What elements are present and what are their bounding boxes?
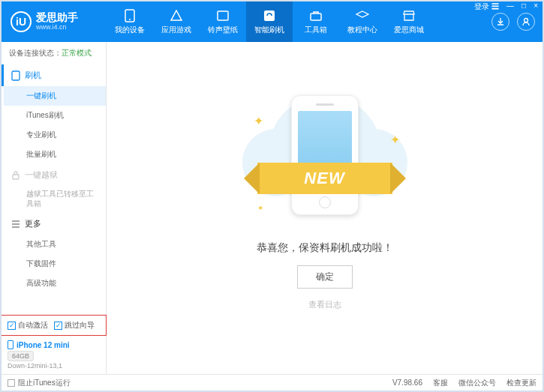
app-url: www.i4.cn [36,24,78,31]
sidebar-item-itunes-flash[interactable]: iTunes刷机 [4,106,106,125]
toolbox-icon [309,9,323,22]
checkbox-block-itunes[interactable]: 阻止iTunes运行 [8,378,71,388]
tab-my-device[interactable]: 我的设备 [107,1,153,42]
login-menu[interactable]: 登录 ☰ [473,1,500,12]
success-message: 恭喜您，保资料刷机成功啦！ [257,241,393,255]
section-label: 刷机 [25,70,41,81]
phone-icon [11,70,20,81]
tab-label: 爱思商城 [394,25,424,35]
view-log-link[interactable]: 查看日志 [308,299,341,310]
logo-area: iU 爱思助手 www.i4.cn [2,11,107,32]
svg-rect-6 [12,71,20,80]
jailbreak-moved-note: 越狱工具已转移至工具箱 [4,186,106,213]
close-button[interactable]: × [532,1,539,12]
tab-ringtones[interactable]: 铃声壁纸 [200,1,246,42]
sidebar-item-batch-flash[interactable]: 批量刷机 [4,145,106,164]
svg-rect-4 [311,13,321,20]
phone-illustration [291,95,359,215]
device-storage: 64GB [8,351,34,361]
tab-label: 工具箱 [305,25,327,35]
status-value: 正常模式 [62,49,92,57]
device-block[interactable]: iPhone 12 mini 64GB Down-12mini-13,1 [2,336,106,374]
flash-icon [263,9,276,22]
tab-tutorials[interactable]: 教程中心 [339,1,386,42]
tab-label: 智能刷机 [254,25,284,35]
sidebar-item-other-tools[interactable]: 其他工具 [4,235,106,254]
apps-icon [170,9,183,22]
new-banner: NEW [257,163,392,194]
success-illustration: ✦ ✦ ✦ NEW [242,91,407,226]
minimize-button[interactable]: — [505,1,515,12]
section-label: 更多 [25,218,41,229]
tab-toolbox[interactable]: 工具箱 [293,1,339,42]
app-name: 爱思助手 [36,12,78,23]
maximize-button[interactable]: □ [520,1,527,12]
sidebar: 设备连接状态：正常模式 刷机 一键刷机 iTunes刷机 专业刷机 批量刷机 一… [2,42,107,374]
sidebar-item-download-firmware[interactable]: 下载固件 [4,254,106,274]
sidebar-item-advanced[interactable]: 高级功能 [4,274,106,293]
svg-rect-2 [218,11,228,20]
version-label: V7.98.66 [392,379,422,387]
phone-icon [123,9,137,22]
svg-rect-7 [13,175,19,179]
tab-smart-flash[interactable]: 智能刷机 [246,1,293,42]
logo-icon: iU [11,11,32,32]
tab-apps-games[interactable]: 应用游戏 [153,1,200,42]
connection-status: 设备连接状态：正常模式 [2,42,106,64]
section-label: 一键越狱 [25,169,58,181]
lock-icon [11,171,20,180]
wallpaper-icon [216,9,230,22]
app-header: iU 爱思助手 www.i4.cn 我的设备 应用游戏 铃声壁纸 智能刷机 工具… [2,1,542,42]
download-button[interactable] [491,13,509,31]
store-icon [402,9,416,22]
tab-label: 教程中心 [347,25,377,35]
tab-label: 铃声壁纸 [208,25,238,35]
wechat-link[interactable]: 微信公众号 [458,378,496,388]
tab-label: 我的设备 [115,25,145,35]
main-content: ✦ ✦ ✦ NEW 恭喜您，保资料刷机成功啦！ 确定 查看日志 [107,42,542,374]
user-button[interactable] [517,13,535,31]
header-actions [491,13,542,31]
section-jailbreak[interactable]: 一键越狱 [4,164,106,186]
device-phone-icon [8,340,14,349]
confirm-button[interactable]: 确定 [297,265,353,289]
device-identifier: Down-12mini-13,1 [8,362,100,370]
nav-tabs: 我的设备 应用游戏 铃声壁纸 智能刷机 工具箱 教程中心 爱思商城 [107,1,491,42]
footer: 阻止iTunes运行 V7.98.66 客服 微信公众号 检查更新 [2,374,542,391]
device-name: iPhone 12 mini [8,340,100,349]
checkbox-auto-activate[interactable]: ✓自动激活 [8,320,48,331]
options-highlight-box: ✓自动激活 ✓跳过向导 [1,315,107,336]
menu-icon [11,220,20,229]
graduate-icon [356,9,369,22]
section-more[interactable]: 更多 [4,213,106,235]
svg-point-5 [524,19,528,22]
svg-rect-3 [264,10,275,21]
section-flash[interactable]: 刷机 [2,64,106,86]
tab-label: 应用游戏 [161,25,191,35]
window-controls: 登录 ☰ — □ × [473,1,539,12]
sidebar-item-pro-flash[interactable]: 专业刷机 [4,125,106,145]
tab-store[interactable]: 爱思商城 [386,1,432,42]
checkbox-skip-guide[interactable]: ✓跳过向导 [54,320,95,331]
check-update-link[interactable]: 检查更新 [506,378,536,388]
customer-service-link[interactable]: 客服 [433,378,448,388]
sidebar-item-oneclick-flash[interactable]: 一键刷机 [4,86,106,106]
svg-point-1 [129,19,131,20]
